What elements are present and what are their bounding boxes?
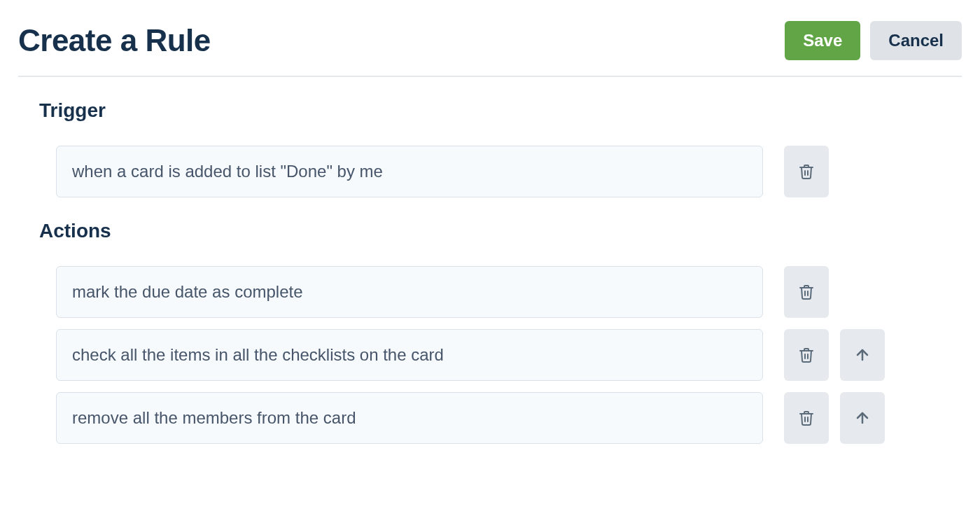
move-up-action-button[interactable] (840, 392, 885, 444)
arrow-up-icon (854, 410, 871, 426)
arrow-up-icon (854, 347, 871, 363)
action-card: remove all the members from the card (56, 392, 763, 444)
action-row: mark the due date as complete (56, 266, 962, 318)
trash-icon (798, 284, 815, 300)
action-row: check all the items in all the checklist… (56, 329, 962, 381)
trash-icon (798, 410, 815, 426)
delete-action-button[interactable] (784, 266, 829, 318)
trigger-section: Trigger when a card is added to list "Do… (39, 99, 962, 197)
trigger-heading: Trigger (39, 99, 962, 122)
actions-heading: Actions (39, 220, 962, 242)
trigger-row: when a card is added to list "Done" by m… (56, 146, 962, 197)
trigger-card: when a card is added to list "Done" by m… (56, 146, 763, 197)
delete-action-button[interactable] (784, 329, 829, 381)
action-card: check all the items in all the checklist… (56, 329, 763, 381)
delete-action-button[interactable] (784, 392, 829, 444)
page-header: Create a Rule Save Cancel (18, 21, 962, 77)
delete-trigger-button[interactable] (784, 146, 829, 197)
actions-section: Actions mark the due date as complete ch… (39, 220, 962, 444)
save-button[interactable]: Save (785, 21, 860, 60)
action-row: remove all the members from the card (56, 392, 962, 444)
action-card: mark the due date as complete (56, 266, 763, 318)
trash-icon (798, 347, 815, 363)
header-actions: Save Cancel (785, 21, 962, 60)
page-title: Create a Rule (18, 23, 211, 58)
cancel-button[interactable]: Cancel (870, 21, 962, 60)
move-up-action-button[interactable] (840, 329, 885, 381)
trash-icon (798, 163, 815, 180)
